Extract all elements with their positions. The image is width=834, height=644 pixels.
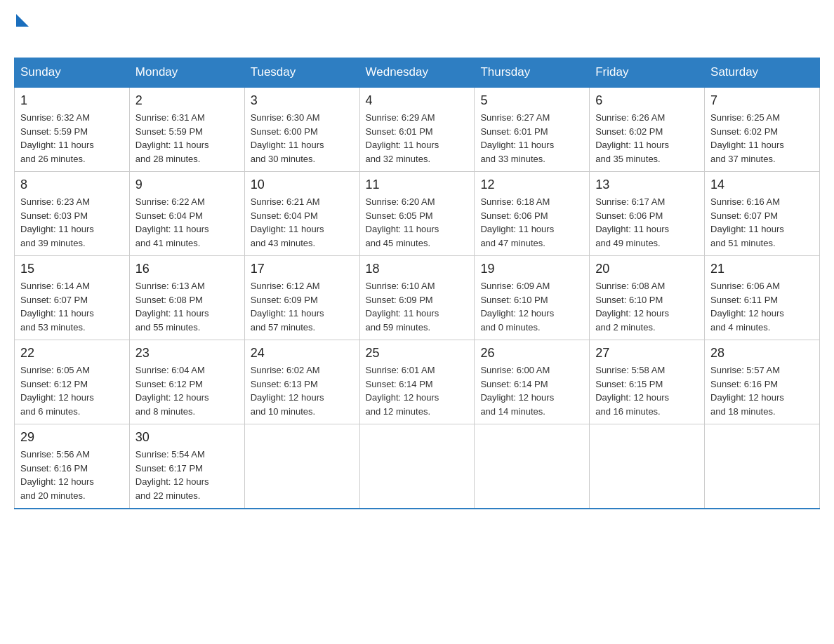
day-number: 12 bbox=[480, 177, 583, 192]
day-number: 25 bbox=[366, 346, 469, 361]
calendar-cell: 28Sunrise: 5:57 AMSunset: 6:16 PMDayligh… bbox=[705, 340, 820, 424]
day-number: 3 bbox=[251, 93, 354, 108]
calendar-cell: 8Sunrise: 6:23 AMSunset: 6:03 PMDaylight… bbox=[15, 172, 130, 256]
day-info: Sunrise: 6:26 AMSunset: 6:02 PMDaylight:… bbox=[595, 111, 699, 166]
day-info: Sunrise: 6:13 AMSunset: 6:08 PMDaylight:… bbox=[135, 279, 239, 334]
calendar-cell: 21Sunrise: 6:06 AMSunset: 6:11 PMDayligh… bbox=[705, 256, 820, 340]
calendar-cell: 19Sunrise: 6:09 AMSunset: 6:10 PMDayligh… bbox=[475, 256, 590, 340]
calendar-cell bbox=[244, 424, 359, 509]
day-number: 23 bbox=[135, 346, 239, 361]
day-info: Sunrise: 6:21 AMSunset: 6:04 PMDaylight:… bbox=[251, 195, 354, 250]
day-info: Sunrise: 5:56 AMSunset: 6:16 PMDaylight:… bbox=[20, 448, 124, 502]
day-number: 26 bbox=[480, 346, 583, 361]
day-info: Sunrise: 6:06 AMSunset: 6:11 PMDaylight:… bbox=[710, 279, 814, 334]
logo bbox=[14, 14, 29, 51]
day-number: 29 bbox=[20, 430, 124, 445]
day-number: 30 bbox=[135, 430, 239, 445]
logo-text bbox=[14, 14, 29, 28]
calendar-table: SundayMondayTuesdayWednesdayThursdayFrid… bbox=[14, 58, 820, 509]
day-number: 14 bbox=[710, 177, 814, 192]
calendar-cell bbox=[705, 424, 820, 509]
day-info: Sunrise: 6:32 AMSunset: 5:59 PMDaylight:… bbox=[20, 111, 124, 166]
day-number: 28 bbox=[710, 346, 814, 361]
day-number: 13 bbox=[595, 177, 699, 192]
day-number: 7 bbox=[710, 93, 814, 108]
calendar-week-row: 29Sunrise: 5:56 AMSunset: 6:16 PMDayligh… bbox=[15, 424, 820, 509]
day-number: 27 bbox=[595, 346, 699, 361]
calendar-cell: 10Sunrise: 6:21 AMSunset: 6:04 PMDayligh… bbox=[244, 172, 359, 256]
calendar-cell: 22Sunrise: 6:05 AMSunset: 6:12 PMDayligh… bbox=[15, 340, 130, 424]
page-header bbox=[14, 14, 820, 51]
day-info: Sunrise: 6:27 AMSunset: 6:01 PMDaylight:… bbox=[480, 111, 583, 166]
day-info: Sunrise: 6:09 AMSunset: 6:10 PMDaylight:… bbox=[480, 279, 583, 334]
weekday-header-sunday: Sunday bbox=[15, 58, 130, 88]
day-number: 4 bbox=[366, 93, 469, 108]
day-number: 19 bbox=[480, 262, 583, 276]
calendar-cell: 16Sunrise: 6:13 AMSunset: 6:08 PMDayligh… bbox=[129, 256, 244, 340]
day-info: Sunrise: 5:57 AMSunset: 6:16 PMDaylight:… bbox=[710, 363, 814, 418]
calendar-cell: 15Sunrise: 6:14 AMSunset: 6:07 PMDayligh… bbox=[15, 256, 130, 340]
day-number: 5 bbox=[480, 93, 583, 108]
day-number: 24 bbox=[251, 346, 354, 361]
day-info: Sunrise: 5:54 AMSunset: 6:17 PMDaylight:… bbox=[135, 448, 239, 502]
day-info: Sunrise: 6:31 AMSunset: 5:59 PMDaylight:… bbox=[135, 111, 239, 166]
day-number: 10 bbox=[251, 177, 354, 192]
calendar-cell: 2Sunrise: 6:31 AMSunset: 5:59 PMDaylight… bbox=[129, 87, 244, 172]
weekday-header-saturday: Saturday bbox=[705, 58, 820, 88]
calendar-cell: 5Sunrise: 6:27 AMSunset: 6:01 PMDaylight… bbox=[475, 87, 590, 172]
calendar-cell bbox=[590, 424, 705, 509]
weekday-header-wednesday: Wednesday bbox=[359, 58, 475, 88]
calendar-cell: 1Sunrise: 6:32 AMSunset: 5:59 PMDaylight… bbox=[15, 87, 130, 172]
calendar-week-row: 15Sunrise: 6:14 AMSunset: 6:07 PMDayligh… bbox=[15, 256, 820, 340]
day-number: 22 bbox=[20, 346, 124, 361]
weekday-header-tuesday: Tuesday bbox=[244, 58, 359, 88]
day-number: 15 bbox=[20, 262, 124, 276]
day-info: Sunrise: 5:58 AMSunset: 6:15 PMDaylight:… bbox=[595, 363, 699, 418]
calendar-week-row: 1Sunrise: 6:32 AMSunset: 5:59 PMDaylight… bbox=[15, 87, 820, 172]
calendar-cell: 7Sunrise: 6:25 AMSunset: 6:02 PMDaylight… bbox=[705, 87, 820, 172]
day-info: Sunrise: 6:29 AMSunset: 6:01 PMDaylight:… bbox=[366, 111, 469, 166]
day-info: Sunrise: 6:02 AMSunset: 6:13 PMDaylight:… bbox=[251, 363, 354, 418]
day-number: 18 bbox=[366, 262, 469, 276]
day-number: 6 bbox=[595, 93, 699, 108]
calendar-cell bbox=[359, 424, 475, 509]
calendar-week-row: 22Sunrise: 6:05 AMSunset: 6:12 PMDayligh… bbox=[15, 340, 820, 424]
calendar-cell: 20Sunrise: 6:08 AMSunset: 6:10 PMDayligh… bbox=[590, 256, 705, 340]
day-info: Sunrise: 6:10 AMSunset: 6:09 PMDaylight:… bbox=[366, 279, 469, 334]
calendar-cell: 24Sunrise: 6:02 AMSunset: 6:13 PMDayligh… bbox=[244, 340, 359, 424]
day-number: 9 bbox=[135, 177, 239, 192]
weekday-header-friday: Friday bbox=[590, 58, 705, 88]
day-info: Sunrise: 6:05 AMSunset: 6:12 PMDaylight:… bbox=[20, 363, 124, 418]
calendar-cell: 12Sunrise: 6:18 AMSunset: 6:06 PMDayligh… bbox=[475, 172, 590, 256]
day-info: Sunrise: 6:12 AMSunset: 6:09 PMDaylight:… bbox=[251, 279, 354, 334]
day-number: 11 bbox=[366, 177, 469, 192]
day-info: Sunrise: 6:17 AMSunset: 6:06 PMDaylight:… bbox=[595, 195, 699, 250]
day-info: Sunrise: 6:23 AMSunset: 6:03 PMDaylight:… bbox=[20, 195, 124, 250]
day-info: Sunrise: 6:25 AMSunset: 6:02 PMDaylight:… bbox=[710, 111, 814, 166]
calendar-week-row: 8Sunrise: 6:23 AMSunset: 6:03 PMDaylight… bbox=[15, 172, 820, 256]
calendar-cell: 4Sunrise: 6:29 AMSunset: 6:01 PMDaylight… bbox=[359, 87, 475, 172]
calendar-cell: 17Sunrise: 6:12 AMSunset: 6:09 PMDayligh… bbox=[244, 256, 359, 340]
day-number: 17 bbox=[251, 262, 354, 276]
day-info: Sunrise: 6:20 AMSunset: 6:05 PMDaylight:… bbox=[366, 195, 469, 250]
logo-triangle-icon bbox=[16, 14, 29, 27]
calendar-cell: 11Sunrise: 6:20 AMSunset: 6:05 PMDayligh… bbox=[359, 172, 475, 256]
calendar-cell: 18Sunrise: 6:10 AMSunset: 6:09 PMDayligh… bbox=[359, 256, 475, 340]
day-info: Sunrise: 6:30 AMSunset: 6:00 PMDaylight:… bbox=[251, 111, 354, 166]
calendar-cell: 13Sunrise: 6:17 AMSunset: 6:06 PMDayligh… bbox=[590, 172, 705, 256]
day-info: Sunrise: 6:14 AMSunset: 6:07 PMDaylight:… bbox=[20, 279, 124, 334]
day-number: 16 bbox=[135, 262, 239, 276]
day-number: 2 bbox=[135, 93, 239, 108]
day-number: 21 bbox=[710, 262, 814, 276]
day-info: Sunrise: 6:16 AMSunset: 6:07 PMDaylight:… bbox=[710, 195, 814, 250]
weekday-header-monday: Monday bbox=[129, 58, 244, 88]
calendar-cell: 14Sunrise: 6:16 AMSunset: 6:07 PMDayligh… bbox=[705, 172, 820, 256]
day-info: Sunrise: 6:04 AMSunset: 6:12 PMDaylight:… bbox=[135, 363, 239, 418]
calendar-cell: 3Sunrise: 6:30 AMSunset: 6:00 PMDaylight… bbox=[244, 87, 359, 172]
day-info: Sunrise: 6:08 AMSunset: 6:10 PMDaylight:… bbox=[595, 279, 699, 334]
calendar-cell: 25Sunrise: 6:01 AMSunset: 6:14 PMDayligh… bbox=[359, 340, 475, 424]
day-info: Sunrise: 6:22 AMSunset: 6:04 PMDaylight:… bbox=[135, 195, 239, 250]
calendar-cell: 29Sunrise: 5:56 AMSunset: 6:16 PMDayligh… bbox=[15, 424, 130, 509]
calendar-header-row: SundayMondayTuesdayWednesdayThursdayFrid… bbox=[15, 58, 820, 88]
weekday-header-thursday: Thursday bbox=[475, 58, 590, 88]
